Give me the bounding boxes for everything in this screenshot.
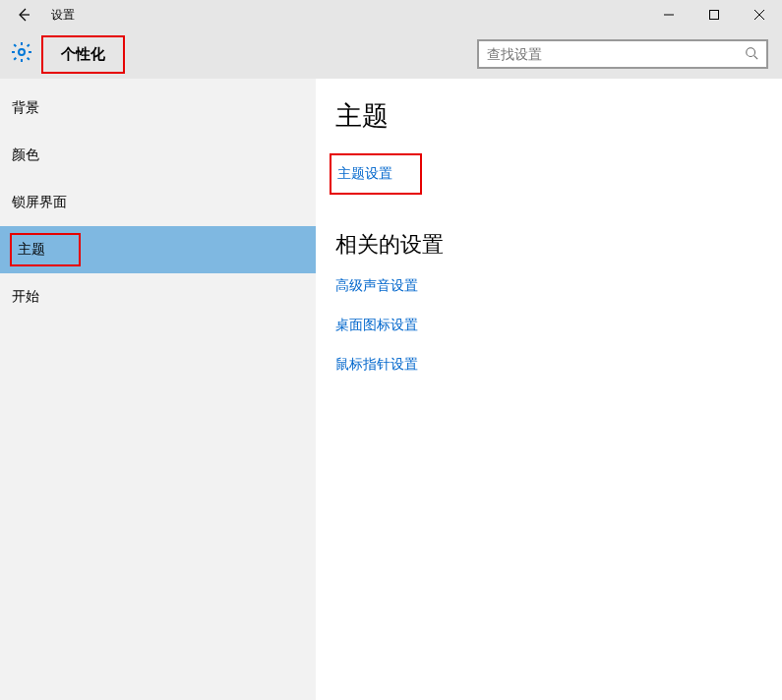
sidebar-item-color[interactable]: 颜色 [0,132,316,179]
mouse-pointer-link[interactable]: 鼠标指针设置 [335,356,762,374]
window-controls [646,0,782,29]
close-icon [754,10,764,20]
svg-point-5 [747,47,755,56]
titlebar: 设置 [0,0,782,29]
window-title: 设置 [51,7,75,24]
advanced-sound-link[interactable]: 高级声音设置 [335,277,762,295]
sidebar-item-start[interactable]: 开始 [0,273,316,321]
minimize-icon [664,10,674,20]
arrow-left-icon [16,7,31,23]
sidebar-item-label: 开始 [12,288,39,306]
maximize-button[interactable] [692,0,737,29]
search-input[interactable] [487,46,745,62]
highlight-box: 主题设置 [330,153,422,195]
sidebar-item-background[interactable]: 背景 [0,85,316,132]
page-heading: 主题 [335,98,762,134]
sidebar-item-label: 背景 [12,99,39,117]
back-button[interactable] [0,0,47,29]
minimize-button[interactable] [646,0,692,29]
content-area: 背景 颜色 锁屏界面 主题 开始 主题 主题设置 相关的设置 高级声音设置 桌面… [0,79,782,700]
section-title: 个性化 [41,35,125,74]
search-box[interactable] [477,39,768,69]
sidebar: 背景 颜色 锁屏界面 主题 开始 [0,79,316,700]
gear-icon [10,40,41,68]
highlight-box: 主题 [10,233,81,266]
main-panel: 主题 主题设置 相关的设置 高级声音设置 桌面图标设置 鼠标指针设置 [316,79,782,700]
theme-settings-link[interactable]: 主题设置 [337,165,392,183]
sidebar-item-label: 颜色 [12,146,39,164]
search-icon [745,46,758,63]
svg-rect-1 [710,11,719,20]
sidebar-item-theme[interactable]: 主题 [0,226,316,273]
sidebar-item-label: 主题 [18,241,45,259]
maximize-icon [709,10,719,20]
svg-point-4 [19,49,25,55]
desktop-icon-link[interactable]: 桌面图标设置 [335,317,762,334]
related-heading: 相关的设置 [335,230,762,260]
header-bar: 个性化 [0,29,782,79]
close-button[interactable] [737,0,782,29]
sidebar-item-lockscreen[interactable]: 锁屏界面 [0,179,316,226]
svg-line-6 [754,55,758,59]
sidebar-item-label: 锁屏界面 [12,194,67,211]
